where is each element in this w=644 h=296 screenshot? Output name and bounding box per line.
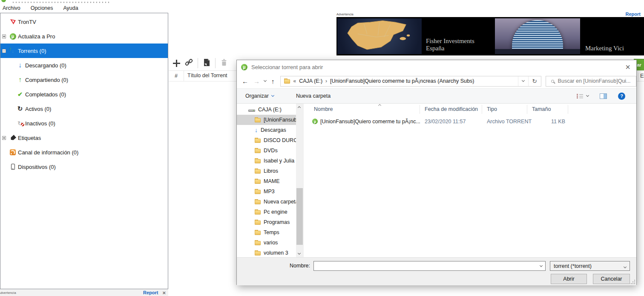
check-icon: ✔ xyxy=(17,91,23,98)
history-chevron-icon[interactable] xyxy=(264,79,267,82)
refresh-icon[interactable]: ↻ xyxy=(528,76,541,86)
open-button[interactable]: Abrir xyxy=(551,274,587,284)
back-icon[interactable]: ← xyxy=(242,78,248,85)
sidebar-item-label: TronTV xyxy=(18,19,36,25)
column-number[interactable]: # xyxy=(169,71,184,81)
sidebar-item-canal-informacion[interactable]: Canal de información (0) xyxy=(0,145,168,160)
tree-item-folder[interactable]: [UnionFansub] xyxy=(237,115,296,125)
ad-label: Advertencia xyxy=(336,12,354,16)
tree-item-folder[interactable]: Libros xyxy=(237,166,296,176)
up-icon[interactable]: ↑ xyxy=(271,78,275,85)
filetype-value: torrent (*torrent) xyxy=(554,263,592,269)
expand-icon[interactable] xyxy=(2,136,6,140)
device-icon xyxy=(11,164,15,170)
filetype-select[interactable]: torrent (*torrent) xyxy=(550,261,630,271)
toolbar-separator xyxy=(215,58,216,68)
ad-report-link[interactable]: Report xyxy=(626,12,641,17)
tree-item-folder[interactable]: DVDs xyxy=(237,145,296,156)
view-mode-button[interactable] xyxy=(577,93,589,99)
tree-label: varios xyxy=(264,240,278,246)
tree-item-folder[interactable]: Temps xyxy=(237,227,296,238)
search-box[interactable] xyxy=(546,76,636,87)
sidebar-item-torrents[interactable]: ↑↓ Torrents (0) xyxy=(0,44,168,58)
column-nombre[interactable]: Nombre xyxy=(314,106,333,112)
sidebar-item-actualiza-pro[interactable]: µ Actualiza a Pro xyxy=(0,29,168,44)
dialog-close-icon[interactable]: × xyxy=(625,63,630,71)
new-torrent-file-icon xyxy=(203,58,210,67)
tree-scrollbar[interactable] xyxy=(296,104,303,257)
ad-image-building[interactable] xyxy=(495,18,580,54)
tree-item-folder[interactable]: MP3 xyxy=(237,186,296,197)
tree-item-folder[interactable]: varios xyxy=(237,238,296,248)
tree-item-folder[interactable]: Nueva carpeta xyxy=(237,197,296,207)
tree-item-descargas[interactable]: ↓Descargas xyxy=(237,125,296,135)
menu-archivo[interactable]: Archivo xyxy=(3,5,20,11)
file-row[interactable]: µ [UnionFansub]Quiero comerme tu pÃ¡nc..… xyxy=(304,116,636,128)
tag-icon xyxy=(9,134,16,141)
tree-item-folder[interactable]: MAME xyxy=(237,176,296,186)
refresh-icon: ↻ xyxy=(17,105,23,113)
tree-item-folder[interactable]: volumen 3 xyxy=(237,248,296,257)
menu-opciones[interactable]: Opciones xyxy=(31,5,53,11)
resize-grip[interactable] xyxy=(631,280,635,284)
upload-arrow-icon: ↑ xyxy=(18,76,22,84)
expand-icon[interactable] xyxy=(2,35,6,38)
address-bar[interactable]: « CAJA (E:) › [UnionFansub]Quiero comerm… xyxy=(280,76,541,87)
sidebar-item-trontv[interactable]: TronTV xyxy=(0,15,168,29)
column-tamano[interactable]: Tamaño xyxy=(532,106,551,112)
tree-item-folder[interactable]: Isabel y Julia ha xyxy=(237,156,296,166)
preview-pane-icon[interactable] xyxy=(600,93,607,99)
breadcrumb-collapsed-indicator[interactable]: « xyxy=(293,78,296,84)
create-torrent-button[interactable] xyxy=(203,58,210,68)
scroll-down-icon[interactable] xyxy=(298,252,301,255)
column-fecha[interactable]: Fecha de modificación xyxy=(425,106,478,112)
address-dropdown-chevron-icon[interactable] xyxy=(518,76,528,86)
tree-label: MP3 xyxy=(264,189,275,194)
tree-item-drive[interactable]: CAJA (E:) xyxy=(237,104,296,115)
add-torrent-button[interactable] xyxy=(173,60,180,67)
scrollbar-thumb[interactable] xyxy=(296,188,303,245)
ad-report-link[interactable]: Report xyxy=(143,290,158,295)
ad-caption-fisher[interactable]: Fisher Investments España xyxy=(426,17,494,55)
ad-label: Advertencia xyxy=(0,291,16,295)
breadcrumb: « CAJA (E:) › [UnionFansub]Quiero comerm… xyxy=(281,78,518,84)
tree-item-folder[interactable]: DISCO DURO N xyxy=(237,135,296,145)
column-torrent-title[interactable]: Título del Torrent xyxy=(187,73,227,78)
forward-icon[interactable]: → xyxy=(253,78,260,85)
file-name: [UnionFansub]Quiero comerme tu pÃ¡nc... xyxy=(320,119,420,125)
column-estado-fragment[interactable]: Est xyxy=(638,73,644,82)
help-icon[interactable]: ? xyxy=(618,93,625,100)
search-input[interactable] xyxy=(558,78,636,84)
sidebar-item-etiquetas[interactable]: Etiquetas xyxy=(0,131,168,145)
sidebar-item-label: Torrents (0) xyxy=(18,48,46,54)
column-tipo[interactable]: Tipo xyxy=(487,106,497,112)
collapse-icon[interactable] xyxy=(2,49,6,53)
file-date: 23/02/2020 11:57 xyxy=(425,119,466,125)
add-torrent-url-button[interactable] xyxy=(185,58,193,68)
remove-torrent-button[interactable] xyxy=(220,58,228,68)
tree-item-folder[interactable]: Programas xyxy=(237,217,296,227)
sidebar-item-descargando[interactable]: ↓ Descargando (0) xyxy=(0,58,168,73)
ad-close-icon[interactable]: × xyxy=(162,290,166,296)
breadcrumb-drive[interactable]: CAJA (E:) xyxy=(299,78,322,84)
utorrent-icon: µ xyxy=(241,64,247,70)
cancel-button[interactable]: Cancelar xyxy=(593,274,630,284)
scroll-up-icon[interactable] xyxy=(298,106,301,109)
new-folder-button[interactable]: Nueva carpeta xyxy=(296,93,331,99)
sidebar-item-inactivos[interactable]: ↻ Inactivos (0) xyxy=(0,116,168,131)
sidebar-item-compartiendo[interactable]: ↑ Compartiendo (0) xyxy=(0,73,168,87)
sidebar-item-completados[interactable]: ✔ Completados (0) xyxy=(0,87,168,102)
titlebar-text-fragment xyxy=(13,2,111,3)
sidebar-item-label: Inactivos (0) xyxy=(25,120,55,127)
filename-input[interactable] xyxy=(314,261,537,270)
ad-banner[interactable]: Fisher Investments España Marketing Vici xyxy=(336,17,644,55)
organize-button[interactable]: Organizar xyxy=(245,93,274,99)
menu-ayuda[interactable]: Ayuda xyxy=(63,5,78,11)
ad-caption-marketing[interactable]: Marketing Vici xyxy=(585,17,624,55)
sidebar-item-dispositivos[interactable]: Dispositivos (0) xyxy=(0,160,168,174)
sidebar-item-activos[interactable]: ↻ Activos (0) xyxy=(0,102,168,116)
tree-item-folder[interactable]: Pc engine xyxy=(237,207,296,217)
breadcrumb-folder[interactable]: [UnionFansub]Quiero comerme tu pÃ¡ncreas… xyxy=(330,78,474,84)
ad-image-spain-map[interactable] xyxy=(337,18,422,54)
filename-dropdown-chevron-icon[interactable] xyxy=(537,266,545,267)
